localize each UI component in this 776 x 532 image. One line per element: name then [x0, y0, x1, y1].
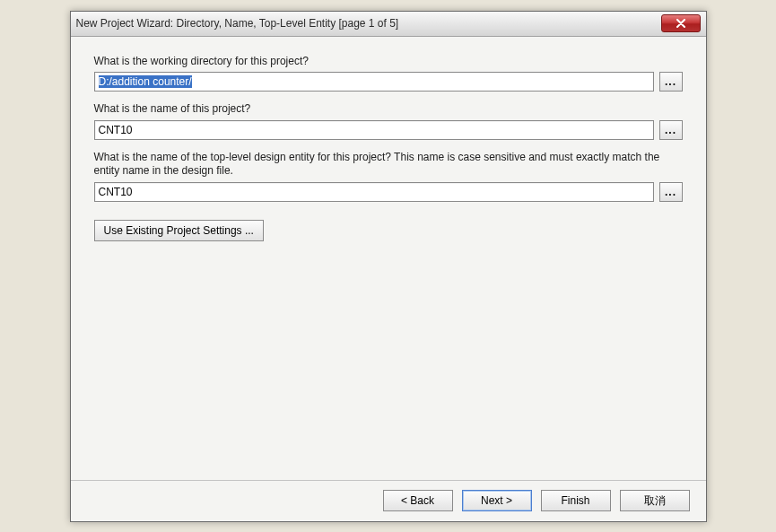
project-name-row: ... — [94, 120, 683, 140]
finish-button[interactable]: Finish — [541, 490, 611, 511]
cancel-button[interactable]: 取消 — [620, 490, 690, 511]
browse-project-button[interactable]: ... — [659, 120, 683, 140]
working-dir-value: D:/addition counter/ — [99, 75, 192, 88]
working-dir-label: What is the working directory for this p… — [94, 55, 683, 69]
working-dir-row: D:/addition counter/ ... — [94, 72, 683, 92]
working-dir-input[interactable]: D:/addition counter/ — [94, 72, 654, 92]
project-name-label: What is the name of this project? — [94, 102, 683, 117]
next-button[interactable]: Next > — [462, 490, 532, 511]
top-entity-label: What is the name of the top-level design… — [94, 151, 683, 179]
top-entity-row: ... — [94, 182, 683, 202]
top-entity-input[interactable] — [94, 182, 654, 202]
project-name-input[interactable] — [94, 120, 654, 140]
close-button[interactable] — [661, 14, 701, 32]
footer: < Back Next > Finish 取消 — [71, 480, 706, 521]
window-title: New Project Wizard: Directory, Name, Top… — [76, 17, 661, 30]
wizard-window: New Project Wizard: Directory, Name, Top… — [70, 11, 707, 522]
back-button[interactable]: < Back — [383, 490, 453, 511]
use-existing-settings-button[interactable]: Use Existing Project Settings ... — [94, 220, 264, 241]
titlebar: New Project Wizard: Directory, Name, Top… — [71, 12, 706, 37]
content-area: What is the working directory for this p… — [71, 37, 706, 480]
browse-entity-button[interactable]: ... — [659, 182, 683, 202]
browse-dir-button[interactable]: ... — [659, 72, 683, 92]
close-icon — [676, 19, 686, 28]
